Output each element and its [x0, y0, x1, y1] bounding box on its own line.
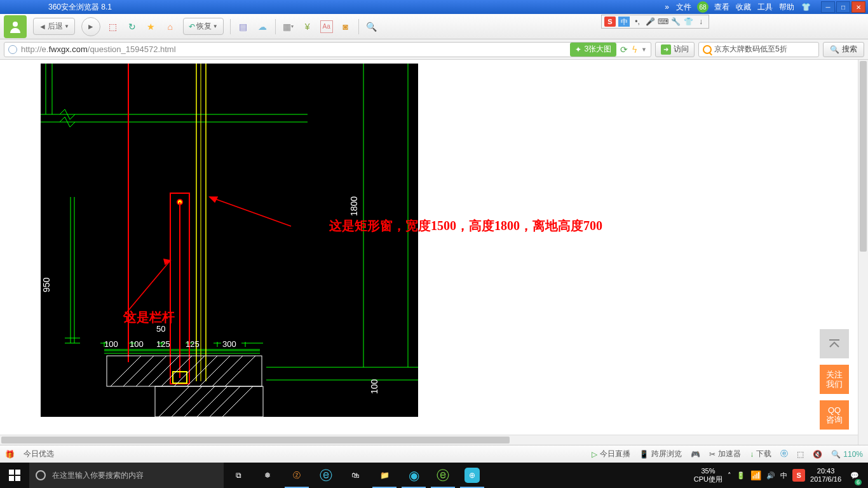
flash-icon[interactable]: ϟ [632, 44, 637, 55]
360safe-button[interactable]: ◉ [399, 463, 428, 488]
ime-menu-icon[interactable]: ↓ [696, 17, 706, 27]
cross-screen-button[interactable]: 📱跨屏浏览 [639, 449, 682, 459]
stop-icon[interactable]: ⬚ [107, 20, 119, 33]
svg-point-0 [13, 22, 18, 27]
ime-chinese-icon[interactable]: 中 [618, 17, 630, 27]
bookmark-icon[interactable]: ▤ [237, 20, 250, 33]
game-icon[interactable]: 🎮 [691, 450, 700, 459]
maximize-button[interactable]: □ [836, 1, 850, 13]
ie-mode-icon[interactable]: ⓔ [780, 449, 788, 459]
zoom-level[interactable]: 🔍110% [831, 450, 863, 459]
tray-chevron-icon[interactable]: ˄ [728, 471, 731, 480]
share-icon[interactable]: ⟳ [620, 44, 628, 55]
close-button[interactable]: ✕ [851, 1, 865, 13]
block-icon[interactable]: ⬚ [797, 450, 804, 459]
svg-line-59 [172, 386, 202, 417]
ime-toolbar[interactable]: S 中 •, 🎤 ⌨ 🔧 👕 ↓ [601, 15, 709, 29]
scroll-top-button[interactable] [820, 329, 849, 358]
back-button[interactable]: ◄ 后退 ▼ [33, 18, 75, 35]
minimize-button[interactable]: ─ [821, 1, 835, 13]
menu-view[interactable]: 查看 [714, 2, 729, 13]
search-button[interactable]: 🔍 搜索 [823, 42, 864, 57]
chevrons-icon[interactable]: » [665, 3, 669, 11]
download-button[interactable]: ↓下载 [750, 449, 771, 459]
360browser-button[interactable]: ⓔ [428, 463, 458, 488]
task-view-button[interactable]: ⧉ [224, 463, 253, 488]
battery-icon[interactable]: 🔋 [736, 471, 745, 480]
svg-line-48 [111, 356, 141, 386]
search-engine-icon [703, 45, 712, 54]
sogou-icon[interactable]: S [604, 17, 616, 27]
cpu-meter[interactable]: 35% CPU使用 [694, 467, 722, 484]
home-icon[interactable]: ⌂ [164, 20, 177, 33]
status-today[interactable]: 今日优选 [24, 449, 54, 459]
start-button[interactable] [0, 463, 29, 488]
menu-help[interactable]: 帮助 [779, 2, 794, 13]
svg-text:100: 100 [104, 339, 118, 349]
qq-consult-button[interactable]: QQ咨询 [820, 400, 849, 430]
annotation-window: 这是矩形窗，宽度1500，高度1800，离地高度700 [329, 217, 602, 234]
ime-indicator[interactable]: 中 [780, 471, 787, 480]
page-content: 950 1800 100 50 100 100 125 125 300 [0, 60, 868, 445]
cortana-app-button[interactable]: ❅ [253, 463, 282, 488]
forward-button[interactable]: ► [81, 17, 100, 36]
ime-keyboard-icon[interactable]: ⌨ [658, 17, 668, 27]
shield-icon: ◉ [409, 468, 419, 483]
favorite-star-icon[interactable]: ★ [145, 20, 158, 33]
svg-line-57 [225, 356, 255, 386]
gift-icon[interactable]: 🎁 [5, 450, 15, 459]
ime-punct-icon[interactable]: •, [632, 17, 642, 27]
snapshot-icon[interactable]: ◙ [339, 20, 352, 33]
svg-line-61 [197, 386, 227, 417]
translate-icon[interactable]: Aa [320, 20, 333, 33]
menu-tools[interactable]: 工具 [757, 2, 773, 13]
money-icon[interactable]: ¥ [301, 20, 314, 33]
mute-icon[interactable]: 🔇 [813, 450, 822, 459]
vertical-scrollbar[interactable] [858, 60, 868, 445]
annotation-rail: 这是栏杆 [124, 309, 175, 326]
action-center-button[interactable]: 💬 6 [846, 463, 863, 488]
clock[interactable]: 20:43 2017/6/16 [810, 467, 841, 484]
live-button[interactable]: ▷今日直播 [592, 449, 630, 459]
zip-icon: ⓩ [293, 470, 301, 481]
volume-icon[interactable]: 🔊 [766, 471, 775, 480]
url-dropdown-icon[interactable]: ▼ [641, 46, 647, 53]
wifi-icon[interactable]: 📶 [750, 470, 761, 480]
refresh-icon[interactable]: ↻ [126, 20, 139, 33]
search-tool-icon[interactable]: 🔍 [365, 20, 378, 33]
store-button[interactable]: 🛍 [341, 463, 370, 488]
360zip-button[interactable]: ⓩ [282, 463, 311, 488]
menu-file[interactable]: 文件 [676, 2, 691, 13]
restore-button[interactable]: ↶ 恢复 ▼ [183, 18, 224, 35]
go-button[interactable]: ➜ 访问 [655, 42, 695, 57]
user-avatar[interactable] [4, 15, 27, 38]
image-count-pill[interactable]: ✦ 3张大图 [570, 43, 616, 57]
follow-us-button[interactable]: 关注我们 [820, 365, 849, 394]
ime-voice-icon[interactable]: 🎤 [645, 17, 655, 27]
edge-button[interactable]: ⓔ [311, 463, 341, 488]
app-button[interactable]: ⊕ [458, 463, 487, 488]
svg-line-55 [200, 356, 230, 386]
magnifier-icon: 🔍 [830, 45, 839, 54]
url-input[interactable]: http://e.fwxgx.com/question_1594572.html… [4, 42, 651, 57]
separator [230, 19, 231, 34]
search-input[interactable]: 京东大牌数码低至5折 [698, 42, 819, 57]
grid-apps-icon[interactable]: ▦▾ [282, 20, 295, 33]
cortana-search[interactable]: 在这里输入你要搜索的内容 [29, 463, 224, 488]
menu-favorites[interactable]: 收藏 [736, 2, 751, 13]
accelerator-button[interactable]: ✂加速器 [709, 449, 741, 459]
cloud-icon[interactable]: ☁ [256, 20, 269, 33]
sogou-tray-icon[interactable]: S [792, 469, 805, 482]
svg-rect-66 [15, 470, 20, 475]
scrollbar-thumb[interactable] [1, 437, 510, 444]
ime-tool-icon[interactable]: 🔧 [670, 17, 681, 27]
horizontal-scrollbar[interactable] [0, 435, 858, 445]
tshirt-icon[interactable]: 👕 [801, 3, 811, 11]
edge-icon: ⓔ [320, 467, 332, 484]
ime-shirt-icon[interactable]: 👕 [683, 17, 693, 27]
cad-drawing: 950 1800 100 50 100 100 125 125 300 [41, 64, 418, 417]
explorer-button[interactable]: 📁 [370, 463, 399, 488]
notification-badge[interactable]: 68 [697, 1, 709, 13]
scrollbar-thumb[interactable] [860, 61, 867, 252]
browser-icon: ⓔ [437, 467, 449, 484]
